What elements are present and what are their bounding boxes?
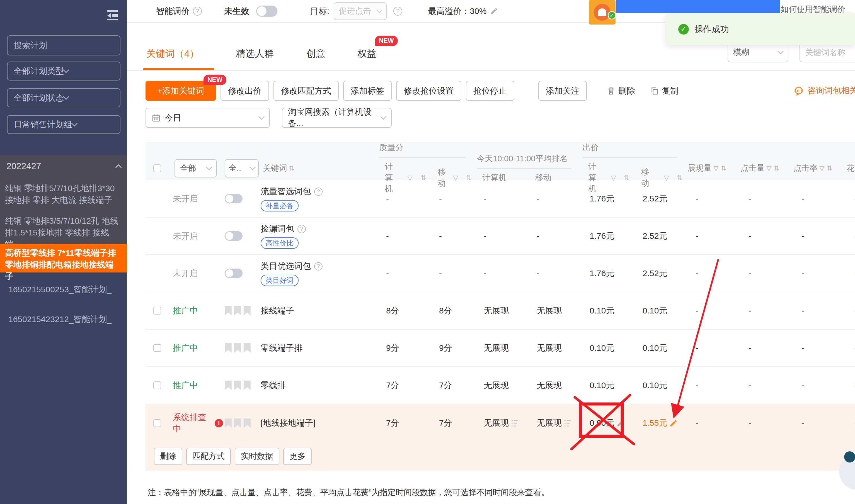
sort-icon[interactable]: ⇅ [671, 174, 683, 182]
col-quality-mobile[interactable]: 移动 ▽⇅ [426, 161, 471, 195]
sort-icon[interactable]: ⇅ [826, 164, 833, 172]
cell-impressions: - [683, 269, 736, 278]
table-row[interactable]: 推广中零线排7分7分无展现无展现0.10元0.10元---- [145, 366, 855, 404]
filter-icon[interactable]: ▽ [448, 174, 458, 182]
tab-benefits[interactable]: 权益 [357, 47, 376, 60]
cell-clicks: - [736, 269, 789, 278]
sidebar-plan-item[interactable]: 纯铜 零地排5/7/10孔地排3*30接地排 零排 大电流 接线端子 [0, 182, 127, 206]
filter-icon[interactable]: ▽ [766, 164, 772, 172]
copy-link[interactable]: 复制 [650, 85, 679, 97]
keyword-name-field[interactable] [800, 42, 855, 62]
col-bid-mobile[interactable]: 移动 ▽⇅ [630, 161, 683, 195]
table-row[interactable]: 推广中零线端子排9分9分无展现无展现0.10元0.10元---- [145, 329, 855, 366]
tab-creative[interactable]: 创意 [307, 47, 325, 60]
edit-pencil-icon[interactable] [669, 419, 678, 427]
sort-icon[interactable]: ⇅ [773, 164, 780, 172]
sort-icon[interactable]: ⇅ [460, 174, 472, 182]
cell-bid-mobile[interactable]: 1.55元 [630, 417, 683, 429]
sidebar-plan-item[interactable]: 1650215423212_智能计划_ [0, 313, 127, 325]
row-toggle[interactable] [225, 194, 243, 203]
sidebar-plan-item[interactable]: 1650215500253_智能计划_ [0, 284, 127, 295]
target-select[interactable]: 促进点击 [334, 2, 387, 20]
help-question-icon[interactable]: ? [394, 7, 402, 16]
col-cost[interactable]: 花费 [842, 142, 855, 195]
keyword-name-input[interactable] [805, 48, 855, 57]
cell-rank-pc: 无展现 [471, 417, 524, 429]
col-impressions[interactable]: 展现量 ▽⇅ [683, 142, 736, 195]
select-all-checkbox[interactable] [153, 164, 161, 172]
row-match-button[interactable]: 匹配方式 [186, 448, 231, 465]
sort-icon[interactable]: ⇅ [289, 164, 295, 172]
plan-type-select[interactable]: 全部计划类型 [7, 61, 120, 80]
row-status: 未开启 [173, 193, 198, 204]
match-type-select[interactable]: 模糊 [728, 42, 788, 62]
modify-grab-button[interactable]: 修改抢位设置 [396, 81, 461, 101]
row-checkbox[interactable] [153, 381, 161, 389]
delete-link[interactable]: 删除 [607, 85, 635, 97]
collapse-sidebar-icon[interactable] [107, 10, 119, 21]
sort-icon[interactable]: ⇅ [415, 174, 426, 182]
chevron-down-icon [258, 114, 265, 120]
cell-rank-mobile: - [524, 194, 577, 203]
cell-bid-pc[interactable]: 0.90元 [577, 417, 630, 429]
row-more-button[interactable]: 更多 [283, 448, 312, 465]
promo-progress-bar[interactable] [616, 0, 780, 13]
flag-filter-select[interactable]: 全.. [225, 159, 259, 178]
plan-status-select[interactable]: 全部计划状态 [7, 88, 120, 107]
modify-match-button[interactable]: 修改匹配方式 [274, 81, 339, 101]
tab-audience[interactable]: 精选人群 [236, 47, 274, 60]
edit-pencil-icon[interactable] [616, 419, 625, 427]
edit-pencil-icon[interactable] [490, 7, 498, 15]
filter-icon[interactable]: ▽ [713, 164, 719, 172]
tab-keywords[interactable]: 关键词（4） [146, 47, 199, 60]
channel-select[interactable]: 淘宝网搜索（计算机设备... [282, 108, 392, 128]
row-toggle[interactable] [225, 269, 243, 278]
plan-group-select[interactable]: 日常销售计划组 [7, 115, 120, 134]
smart-bid-bar: 智能调价 ? 未生效 目标: 促进点击 ? 最高溢价：30% [145, 0, 498, 22]
col-clicks[interactable]: 点击量 ▽⇅ [736, 142, 789, 195]
row-toggle[interactable] [225, 231, 243, 241]
sort-icon[interactable]: ⇅ [721, 164, 727, 172]
filter-icon[interactable]: ▽ [605, 174, 616, 182]
help-question-icon[interactable]: ? [314, 187, 322, 196]
row-keyword: [地线接地端子] [261, 417, 316, 429]
table-row[interactable]: 系统排查中![地线接地端子]7分7分无展现无展现0.90元1.55元---- [145, 404, 855, 442]
status-filter-select[interactable]: 全部 [175, 159, 217, 178]
cell-clicks: - [736, 343, 789, 353]
help-question-icon[interactable]: ? [297, 225, 306, 233]
cell-rank-pc: - [471, 269, 524, 278]
table-body: 未开启流量智选词包?补量必备----1.76元2.52元----未开启捡漏词包?… [145, 180, 855, 442]
filter-icon[interactable]: ▽ [658, 174, 669, 182]
alert-icon[interactable]: ! [215, 419, 223, 427]
filter-icon[interactable]: ▽ [402, 174, 413, 182]
help-question-icon[interactable]: ? [193, 7, 202, 16]
row-realtime-button[interactable]: 实时数据 [235, 448, 279, 465]
row-checkbox[interactable] [153, 307, 161, 314]
table-header: 全部 全.. 关键词 ⇅ 质量分 计算机 ▽⇅ 移动 ▽⇅ 今天10:00-11… [145, 142, 855, 180]
consult-wordpack-link[interactable]: e 咨询词包相关问 [793, 85, 855, 96]
modify-bid-button[interactable]: 修改出价 [221, 81, 269, 101]
add-tag-button[interactable]: 添加标签 [343, 81, 392, 101]
col-ctr[interactable]: 点击率 ▽⇅ [789, 142, 842, 195]
sort-icon[interactable]: ⇅ [618, 174, 630, 182]
plan-search-input[interactable] [14, 41, 121, 50]
col-bid-pc[interactable]: 计算机 ▽⇅ [577, 161, 630, 195]
help-question-icon[interactable]: ? [314, 262, 322, 271]
chevron-down-icon [249, 164, 256, 170]
filter-icon[interactable]: ▽ [819, 164, 825, 172]
table-row[interactable]: 推广中接线端子8分8分无展现无展现0.10元0.10元---- [145, 292, 855, 329]
add-watch-button[interactable]: 添加关注 [538, 81, 587, 101]
row-delete-button[interactable]: 删除 [154, 448, 182, 465]
plan-group-header[interactable]: 2022427 [6, 161, 121, 172]
row-checkbox[interactable] [153, 419, 161, 427]
date-range-select[interactable]: 今日 [145, 108, 270, 128]
stop-grab-button[interactable]: 抢位停止 [466, 81, 514, 101]
smart-bid-toggle[interactable] [256, 5, 277, 17]
row-checkbox[interactable] [153, 344, 161, 352]
table-row[interactable]: 未开启捡漏词包?高性价比----1.76元2.52元---- [145, 217, 855, 254]
table-row[interactable]: 未开启类目优选词包?类目好词----1.76元2.52元---- [145, 254, 855, 292]
sidebar-plan-item-selected[interactable]: 高桥型零线排 7*11零线端子排零地排铜排配电箱接地接线端子 [0, 244, 127, 272]
col-quality-pc[interactable]: 计算机 ▽⇅ [373, 161, 426, 195]
plan-search-box[interactable] [7, 35, 120, 55]
cell-ctr: - [789, 343, 842, 353]
